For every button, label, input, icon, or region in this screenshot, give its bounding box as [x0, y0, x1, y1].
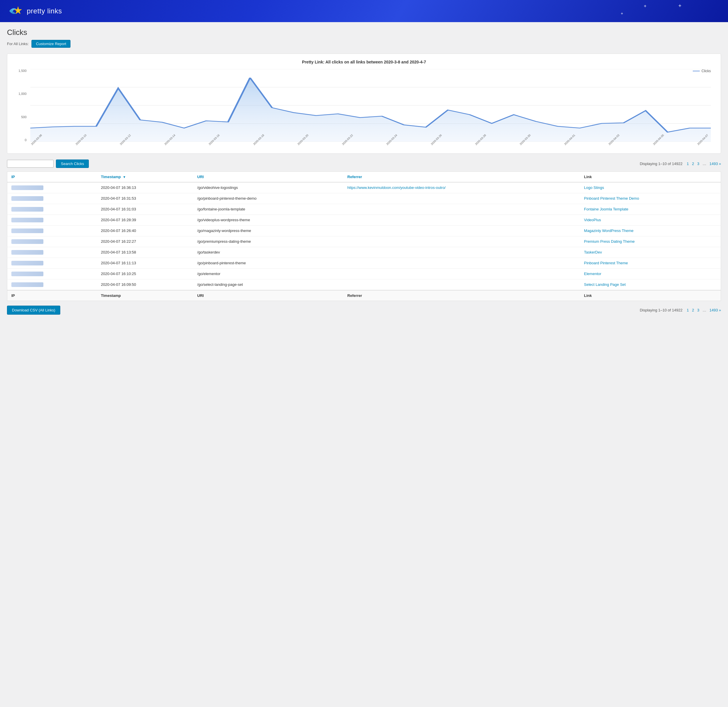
table-row: 2020-04-07 16:22:27/go/premiumpress-dati… [7, 236, 721, 247]
th-uri[interactable]: URI [193, 172, 343, 182]
th-ip[interactable]: IP [7, 172, 97, 182]
search-bar: Search Clicks Displaying 1–10 of 14922 1… [7, 160, 721, 168]
uri-cell: /go/select-landing-page-set [193, 280, 343, 290]
logo-icon [9, 5, 24, 17]
table-row: 2020-04-07 16:36:13/go/videohive-logosti… [7, 182, 721, 193]
timestamp-cell: 2020-04-07 16:28:39 [97, 215, 194, 225]
display-text: Displaying 1–10 of 14922 [640, 162, 683, 166]
footer-referrer: Referrer [343, 290, 580, 301]
chart-svg [30, 69, 711, 142]
timestamp-cell: 2020-04-07 16:13:58 [97, 247, 194, 258]
pagination-info-bottom: Displaying 1–10 of 14922 1 2 3 … 1493 » [640, 308, 721, 312]
link-cell: Pinboard Pinterest Theme Demo [580, 193, 721, 204]
link-cell: Elementor [580, 269, 721, 280]
table-row: 2020-04-07 16:09:50/go/select-landing-pa… [7, 280, 721, 290]
for-all-links-label: For All Links: [7, 42, 29, 46]
timestamp-cell: 2020-04-07 16:22:27 [97, 236, 194, 247]
table-row: 2020-04-07 16:28:39/go/videoplus-wordpre… [7, 215, 721, 225]
last-page-link[interactable]: 1493 » [709, 162, 721, 166]
customize-report-button[interactable]: Customize Report [32, 40, 71, 48]
download-csv-button[interactable]: Download CSV (All Links) [7, 306, 60, 315]
timestamp-cell: 2020-04-07 16:09:50 [97, 280, 194, 290]
ip-cell [7, 269, 97, 280]
footer-uri: URI [193, 290, 343, 301]
star-deco-3: + [621, 11, 623, 16]
star-deco-2: + [678, 3, 682, 9]
chart-plot [30, 69, 711, 142]
for-all-links-bar: For All Links: Customize Report [7, 40, 721, 48]
x-axis: 2020-03-08 2020-03-10 2020-03-12 2020-03… [30, 142, 711, 150]
search-left: Search Clicks [7, 160, 89, 168]
footer-link: Link [580, 290, 721, 301]
referrer-cell [343, 215, 580, 225]
link-cell: Premium Press Dating Theme [580, 236, 721, 247]
ip-cell [7, 182, 97, 193]
referrer-cell [343, 269, 580, 280]
link-cell: Select Landing Page Set [580, 280, 721, 290]
pagination-info-top: Displaying 1–10 of 14922 1 2 3 … 1493 » [640, 162, 721, 166]
timestamp-cell: 2020-04-07 16:26:40 [97, 225, 194, 236]
footer-ip: IP [7, 290, 97, 301]
chart-area: Clicks 1,500 1,000 500 0 [14, 69, 714, 150]
table-header-row: IP Timestamp ▼ URI Referrer Link [7, 172, 721, 182]
ip-cell [7, 236, 97, 247]
clicks-table: IP Timestamp ▼ URI Referrer Link 2020-04… [7, 172, 721, 301]
timestamp-cell: 2020-04-07 16:11:13 [97, 258, 194, 269]
uri-cell: /go/pinboard-pinterest-theme-demo [193, 193, 343, 204]
y-label-1000: 1,000 [18, 92, 26, 95]
logo-text: pretty links [27, 7, 62, 15]
uri-cell: /go/elementor [193, 269, 343, 280]
search-clicks-button[interactable]: Search Clicks [56, 160, 89, 168]
ip-cell [7, 215, 97, 225]
logo: pretty links [9, 5, 62, 17]
th-link: Link [580, 172, 721, 182]
footer-timestamp: Timestamp [97, 290, 194, 301]
main-content: Clicks For All Links: Customize Report P… [0, 22, 728, 320]
uri-cell: /go/videohive-logostings [193, 182, 343, 193]
link-cell: Fontaine Joomla Template [580, 204, 721, 215]
page-2-link-bottom[interactable]: 2 [692, 308, 694, 312]
th-referrer[interactable]: Referrer [343, 172, 580, 182]
uri-cell: /go/pinboard-pinterest-theme [193, 258, 343, 269]
ip-cell [7, 193, 97, 204]
uri-cell: /go/premiumpress-dating-theme [193, 236, 343, 247]
referrer-cell [343, 258, 580, 269]
table-row: 2020-04-07 16:31:53/go/pinboard-pinteres… [7, 193, 721, 204]
table-row: 2020-04-07 16:10:25/go/elementorElemento… [7, 269, 721, 280]
y-label-1500: 1,500 [18, 69, 26, 72]
referrer-cell [343, 236, 580, 247]
referrer-cell [343, 204, 580, 215]
ellipsis-bottom: … [702, 308, 706, 312]
timestamp-cell: 2020-04-07 16:10:25 [97, 269, 194, 280]
page-1-link[interactable]: 1 [687, 162, 689, 166]
y-axis: 1,500 1,000 500 0 [14, 69, 29, 142]
referrer-cell [343, 280, 580, 290]
th-timestamp[interactable]: Timestamp ▼ [97, 172, 194, 182]
ip-cell [7, 258, 97, 269]
y-label-500: 500 [21, 115, 26, 119]
page-1-link-bottom[interactable]: 1 [687, 308, 689, 312]
page-3-link-bottom[interactable]: 3 [697, 308, 699, 312]
link-cell: TaskerDev [580, 247, 721, 258]
link-cell: VideoPlus [580, 215, 721, 225]
ellipsis: … [702, 162, 706, 166]
table-row: 2020-04-07 16:11:13/go/pinboard-pinteres… [7, 258, 721, 269]
uri-cell: /go/magazinly-wordpress-theme [193, 225, 343, 236]
site-header: + + + pretty links [0, 0, 728, 22]
link-cell: Logo Stings [580, 182, 721, 193]
referrer-cell [343, 193, 580, 204]
table-row: 2020-04-07 16:26:40/go/magazinly-wordpre… [7, 225, 721, 236]
ip-cell [7, 247, 97, 258]
search-input[interactable] [7, 160, 53, 168]
table-row: 2020-04-07 16:13:58/go/taskerdevTaskerDe… [7, 247, 721, 258]
last-page-link-bottom[interactable]: 1493 » [709, 308, 721, 312]
timestamp-cell: 2020-04-07 16:31:03 [97, 204, 194, 215]
link-cell: Magazinly WordPress Theme [580, 225, 721, 236]
page-3-link[interactable]: 3 [697, 162, 699, 166]
page-2-link[interactable]: 2 [692, 162, 694, 166]
chart-title: Pretty Link: All clicks on all links bet… [14, 60, 714, 64]
uri-cell: /go/videoplus-wordpress-theme [193, 215, 343, 225]
timestamp-cell: 2020-04-07 16:31:53 [97, 193, 194, 204]
table-row: 2020-04-07 16:31:03/go/fontaine-joomla-t… [7, 204, 721, 215]
page-title: Clicks [7, 28, 721, 37]
